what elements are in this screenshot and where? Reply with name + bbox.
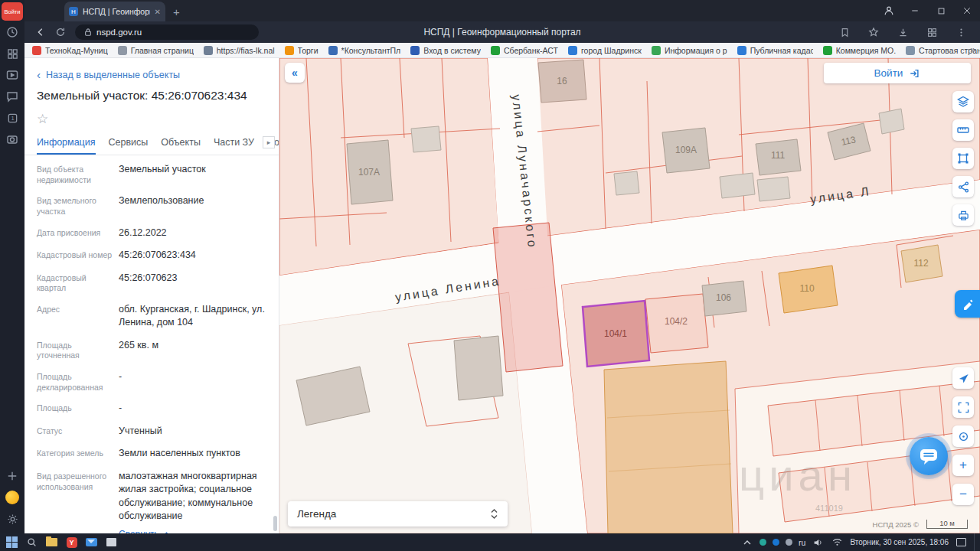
field-row: Адресобл. Курганская, г. Шадринск, ул. Л…	[37, 298, 266, 334]
bookmark-flag-icon[interactable]	[835, 24, 854, 41]
maximize-button[interactable]	[928, 0, 954, 21]
tray-app-icon[interactable]	[786, 539, 792, 546]
language-indicator[interactable]: ru	[799, 538, 805, 547]
building	[454, 336, 503, 400]
bookmark-item[interactable]: Стартовая стран	[906, 46, 980, 55]
zoom-in-button[interactable]: +	[952, 455, 974, 476]
bookmark-item[interactable]: ТехноКад-Муниц	[32, 46, 108, 55]
zoom-out-button[interactable]: −	[952, 484, 974, 505]
measure-button[interactable]	[952, 119, 974, 141]
favorite-star-icon[interactable]: ☆	[37, 112, 266, 126]
tab-parts[interactable]: Части ЗУ	[214, 132, 254, 155]
select-area-button[interactable]	[952, 148, 974, 169]
bookmark-item[interactable]: *КонсультантПл	[328, 46, 401, 55]
bookmarks-bar: ТехноКад-Муниц Главная страниц https://f…	[24, 43, 980, 58]
network-icon[interactable]	[831, 536, 844, 548]
clock[interactable]: Вторник, 30 сен 2025, 18:06	[850, 538, 949, 546]
bookmark-favicon	[906, 46, 915, 55]
panel-collapse-button[interactable]: «	[285, 63, 305, 83]
screenshot-icon[interactable]	[0, 129, 24, 149]
tab-services[interactable]: Сервисы	[109, 132, 149, 155]
url-text: nspd.gov.ru	[96, 28, 142, 37]
share-button[interactable]	[952, 176, 974, 197]
yandex-browser-icon[interactable]: Y	[65, 536, 78, 548]
video-icon[interactable]	[0, 65, 24, 85]
bookmark-item[interactable]: Сбербанк-АСТ	[491, 46, 558, 55]
notepad-app-icon[interactable]	[105, 536, 118, 548]
map-canvas[interactable]: 16 107А 109А 111 113 112 110 106 104/2 1…	[279, 58, 980, 533]
start-button[interactable]	[5, 536, 18, 548]
volume-icon[interactable]	[812, 536, 825, 548]
alice-icon[interactable]	[0, 487, 24, 507]
messenger-icon[interactable]	[0, 86, 24, 106]
tab-favicon: Н	[69, 7, 78, 16]
bookmark-item[interactable]: город Шадринск	[568, 46, 642, 55]
tabs-more-icon[interactable]: ▸	[263, 136, 275, 148]
tray-app-icon[interactable]	[760, 539, 766, 546]
mail-app-icon[interactable]	[85, 536, 98, 548]
building-label: 107А	[358, 167, 380, 178]
refresh-icon[interactable]	[51, 24, 70, 41]
bookmark-item[interactable]: Публичная кадас	[737, 46, 813, 55]
extensions-icon[interactable]	[922, 24, 942, 41]
new-tab-button[interactable]: +	[173, 5, 180, 18]
panel-scrollbar[interactable]	[273, 516, 277, 531]
tray-app-icon[interactable]	[773, 539, 779, 546]
dashboard-icon[interactable]	[0, 44, 24, 64]
bookmark-item[interactable]: Информация о р	[652, 46, 727, 55]
building	[411, 126, 441, 152]
show-desktop-button[interactable]	[974, 533, 977, 551]
frame-button[interactable]	[952, 396, 974, 418]
field-row: СтатусУчтенный	[37, 420, 266, 443]
add-panel-icon[interactable]	[0, 466, 24, 486]
collapse-link[interactable]: Свернуть	[119, 528, 170, 533]
building	[879, 109, 904, 134]
bookmark-item[interactable]: Вход в систему	[410, 46, 481, 55]
bookmark-item[interactable]: Торги	[285, 46, 318, 55]
back-icon[interactable]	[31, 24, 51, 41]
extent-button[interactable]	[952, 425, 974, 447]
minimize-button[interactable]	[902, 0, 928, 21]
downloads-icon[interactable]	[893, 24, 913, 41]
tray-expand-icon[interactable]	[740, 536, 753, 548]
profile-icon[interactable]	[876, 0, 902, 21]
bookmarks-overflow-icon[interactable]: »	[970, 44, 975, 55]
favorites-star-icon[interactable]	[864, 24, 884, 41]
browser-tab[interactable]: Н НСПД | Геоинформац... ✕	[64, 2, 165, 21]
back-link[interactable]: ‹ Назад в выделенные объекты	[37, 69, 266, 80]
history-icon[interactable]	[0, 22, 24, 42]
notifications-icon[interactable]: 1	[0, 108, 24, 128]
bookmark-item[interactable]: https://fias-lk.nal	[204, 46, 275, 55]
navigation-bar: НСПД | Геоинформационный портал nspd.gov…	[24, 21, 980, 43]
print-button[interactable]	[952, 204, 974, 226]
tab-objects[interactable]: Объекты	[161, 132, 201, 155]
browser-login-badge[interactable]: Войти	[2, 2, 23, 21]
building-label: 111	[771, 150, 786, 161]
building	[614, 171, 639, 195]
sketch-tool-button[interactable]	[955, 290, 980, 318]
windows-taskbar: Y ru Вторник, 30 сен 2025, 18:06	[0, 533, 980, 551]
field-row: Кадастровый квартал45:26:070623	[37, 267, 266, 298]
bookmark-favicon	[823, 46, 832, 55]
usage-value: малоэтажная многоквартирная жилая застро…	[119, 471, 257, 522]
search-icon[interactable]	[25, 536, 38, 548]
map-area[interactable]: 16 107А 109А 111 113 112 110 106 104/2 1…	[279, 58, 980, 533]
layers-button[interactable]	[952, 91, 974, 112]
legend-dropdown[interactable]: Легенда	[288, 501, 508, 527]
close-button[interactable]	[954, 0, 980, 21]
tab-close-icon[interactable]: ✕	[155, 8, 161, 16]
map-login-button[interactable]: Войти	[824, 63, 971, 83]
chat-button[interactable]	[910, 437, 948, 475]
address-bar[interactable]: nspd.gov.ru	[75, 24, 259, 40]
file-explorer-icon[interactable]	[45, 536, 58, 548]
action-center-icon[interactable]	[955, 536, 968, 548]
bookmark-item[interactable]: Главная страниц	[118, 46, 194, 55]
field-row-usage: Вид разрешенного использования малоэтажн…	[37, 465, 266, 533]
object-info-panel: ‹ Назад в выделенные объекты Земельный у…	[24, 58, 279, 533]
settings-gear-icon[interactable]	[0, 509, 24, 529]
locate-button[interactable]	[952, 367, 974, 389]
field-row: Вид земельного участкаЗемлепользование	[37, 190, 266, 221]
menu-kebab-icon[interactable]	[951, 24, 971, 41]
bookmark-item[interactable]: Коммерция МО.	[823, 46, 896, 55]
tab-information[interactable]: Информация	[37, 132, 96, 155]
